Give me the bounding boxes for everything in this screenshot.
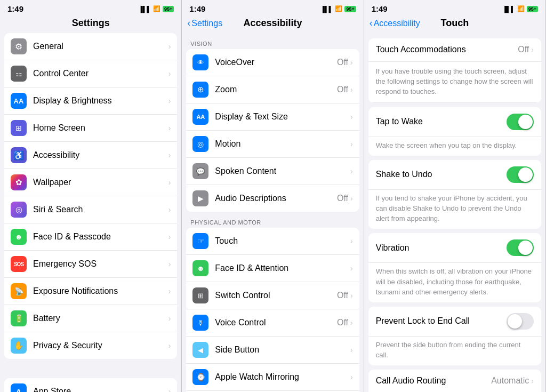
prevent-lock-label: Prevent Lock to End Call xyxy=(376,316,507,326)
settings-item-face-id[interactable]: ☻ Face ID & Passcode › xyxy=(4,223,177,251)
status-icons-2: ▐▌▌ 📶 95+ xyxy=(320,5,356,12)
siri-icon: ◎ xyxy=(11,202,27,218)
settings-item-display[interactable]: AA Display & Brightness › xyxy=(4,87,177,115)
toggle-knob-2 xyxy=(518,167,533,182)
settings-item-accessibility[interactable]: ♿ Accessibility › xyxy=(4,142,177,169)
touch-accommodations-desc-text: If you have trouble using the touch scre… xyxy=(376,67,533,95)
spoken-label: Spoken Content xyxy=(215,166,350,176)
face-attention-label: Face ID & Attention xyxy=(215,263,350,273)
acc-item-voiceover[interactable]: 👁 VoiceOver Off › xyxy=(186,49,359,76)
face-id-chevron: › xyxy=(168,233,171,241)
switch-control-chevron: › xyxy=(350,291,353,300)
settings-bottom-group: A App Store › 💳 Wallet & Apple Pay › 🔑 P… xyxy=(0,378,181,392)
toggle-knob-3 xyxy=(518,241,533,255)
app-store-label: App Store xyxy=(33,387,168,392)
motion-icon: ◎ xyxy=(192,136,208,152)
vibration-desc: When this switch is off, all vibration o… xyxy=(376,267,532,295)
touch-nav-title: Touch xyxy=(440,18,469,29)
status-bar-2: 1:49 ▐▌▌ 📶 95+ xyxy=(182,0,363,15)
face-id-label: Face ID & Passcode xyxy=(33,232,168,242)
voiceover-value: Off xyxy=(337,58,348,67)
siri-chevron: › xyxy=(168,205,171,214)
vibration-desc-container: When this switch is off, all vibration o… xyxy=(368,263,541,302)
app-store-chevron: › xyxy=(168,387,171,392)
home-screen-icon: ⊞ xyxy=(11,120,27,136)
vision-section-label: VISION xyxy=(182,33,363,49)
touch-back-button[interactable]: ‹ Accessibility xyxy=(370,18,420,29)
acc-item-watch-mirroring[interactable]: ⌚ Apple Watch Mirroring › xyxy=(186,364,359,391)
acc-item-face-attention[interactable]: ☻ Face ID & Attention › xyxy=(186,255,359,282)
tap-to-wake-card: Tap to Wake I Wake the screen when you t… xyxy=(368,107,541,156)
touch-accommodations-desc: If you have trouble using the touch scre… xyxy=(368,62,541,103)
switch-control-value: Off xyxy=(337,291,348,300)
touch-accommodations-label: Touch Accommodations xyxy=(376,45,518,54)
privacy-chevron: › xyxy=(168,341,171,350)
touch-item-accommodations[interactable]: Touch Accommodations Off › xyxy=(368,38,541,62)
side-button-label: Side Button xyxy=(215,345,350,355)
settings-item-battery[interactable]: 🔋 Battery › xyxy=(4,305,177,332)
touch-accommodations-value: Off xyxy=(518,45,529,54)
back-chevron-3: ‹ xyxy=(370,18,373,29)
settings-item-app-store[interactable]: A App Store › xyxy=(4,378,177,392)
acc-item-audio-desc[interactable]: ▶ Audio Descriptions Off › xyxy=(186,185,359,212)
zoom-label: Zoom xyxy=(215,85,337,94)
tap-to-wake-label: Tap to Wake xyxy=(376,117,507,126)
touch-accommodations-card: Touch Accommodations Off › If you have t… xyxy=(368,38,541,103)
tap-to-wake-toggle[interactable]: I xyxy=(507,114,534,130)
acc-item-voice-control[interactable]: 🎙 Voice Control Off › xyxy=(186,309,359,337)
call-audio-row[interactable]: Call Audio Routing Automatic › xyxy=(368,370,541,392)
settings-item-wallpaper[interactable]: ✿ Wallpaper › xyxy=(4,169,177,196)
acc-item-side-button[interactable]: ◀ Side Button › xyxy=(186,337,359,364)
settings-item-control-center[interactable]: ⚏ Control Center › xyxy=(4,60,177,87)
accessibility-scroll[interactable]: VISION 👁 VoiceOver Off › ⊕ Zoom Off › AA… xyxy=(182,33,363,392)
wifi-icon-2: 📶 xyxy=(335,5,342,12)
zoom-icon: ⊕ xyxy=(192,82,208,98)
vibration-row: Vibration I xyxy=(368,233,541,263)
face-id-icon: ☻ xyxy=(11,229,27,245)
privacy-label: Privacy & Security xyxy=(33,341,168,350)
acc-item-display-text[interactable]: AA Display & Text Size › xyxy=(186,103,359,131)
motion-chevron: › xyxy=(350,140,353,148)
settings-item-exposure[interactable]: 📡 Exposure Notifications › xyxy=(4,278,177,305)
settings-item-privacy[interactable]: ✋ Privacy & Security › xyxy=(4,332,177,359)
zoom-chevron: › xyxy=(350,85,353,94)
general-icon: ⚙ xyxy=(11,38,27,54)
wifi-icon: 📶 xyxy=(153,5,160,12)
motor-card: ☞ Touch › ☻ Face ID & Attention › ⊞ Swit… xyxy=(186,228,359,392)
accessibility-back-button[interactable]: ‹ Settings xyxy=(187,18,222,29)
settings-item-siri[interactable]: ◎ Siri & Search › xyxy=(4,196,177,223)
settings-item-general[interactable]: ⚙ General › xyxy=(4,33,177,60)
prevent-lock-toggle[interactable] xyxy=(507,313,534,330)
acc-item-zoom[interactable]: ⊕ Zoom Off › xyxy=(186,76,359,103)
settings-title: Settings xyxy=(72,18,110,29)
acc-item-spoken[interactable]: 💬 Spoken Content › xyxy=(186,158,359,185)
call-audio-label: Call Audio Routing xyxy=(376,376,492,386)
settings-item-emergency-sos[interactable]: SOS Emergency SOS › xyxy=(4,251,177,278)
touch-accommodations-chevron: › xyxy=(531,45,534,54)
settings-scroll[interactable]: ⚙ General › ⚏ Control Center › AA Displa… xyxy=(0,33,181,392)
acc-item-touch[interactable]: ☞ Touch › xyxy=(186,228,359,255)
display-text-chevron: › xyxy=(350,113,353,121)
audio-desc-chevron: › xyxy=(350,194,353,203)
display-chevron: › xyxy=(168,97,171,105)
vibration-toggle[interactable]: I xyxy=(507,239,534,256)
face-attention-icon: ☻ xyxy=(192,260,208,276)
wifi-icon-3: 📶 xyxy=(517,5,525,12)
vibration-label: Vibration xyxy=(376,243,507,253)
shake-to-undo-toggle[interactable]: I xyxy=(507,166,534,183)
prevent-lock-desc-container: Prevent the side button from ending the … xyxy=(368,337,541,365)
touch-scroll[interactable]: Touch Accommodations Off › If you have t… xyxy=(364,33,545,392)
settings-item-home-screen[interactable]: ⊞ Home Screen › xyxy=(4,115,177,142)
toggle-knob-4 xyxy=(508,314,522,329)
watch-mirroring-label: Apple Watch Mirroring xyxy=(215,372,350,382)
acc-item-switch-control[interactable]: ⊞ Switch Control Off › xyxy=(186,282,359,309)
zoom-value: Off xyxy=(337,85,348,94)
nav-bar-1: Settings xyxy=(0,15,181,33)
watch-mirroring-icon: ⌚ xyxy=(192,369,208,385)
acc-item-motion[interactable]: ◎ Motion › xyxy=(186,131,359,158)
back-label-2: Settings xyxy=(191,19,222,28)
motor-section-label: PHYSICAL AND MOTOR xyxy=(182,212,363,228)
watch-mirroring-chevron: › xyxy=(350,373,353,381)
toggle-knob-1 xyxy=(518,115,533,129)
signal-icon: ▐▌▌ xyxy=(139,6,151,12)
